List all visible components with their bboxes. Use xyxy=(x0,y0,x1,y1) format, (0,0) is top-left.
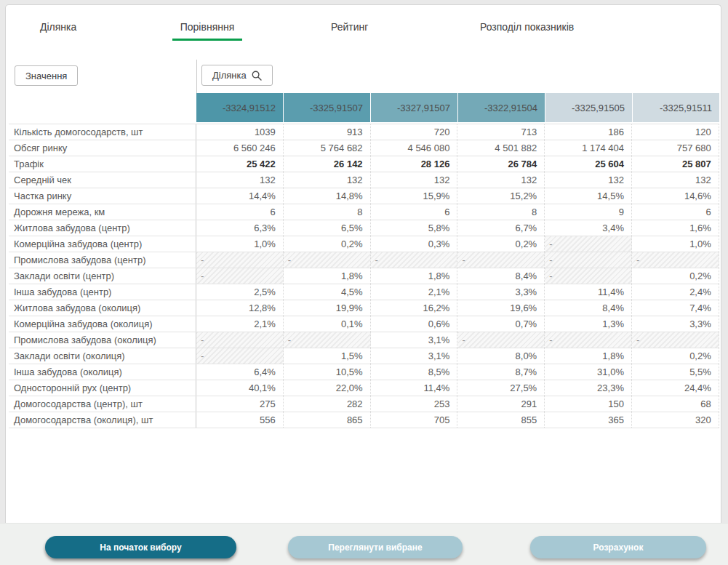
table-cell: 27,5% xyxy=(457,380,545,396)
restart-selection-button[interactable]: На початок вибору xyxy=(45,536,236,558)
table-cell: 8 xyxy=(284,204,371,220)
table-cell: 8 xyxy=(457,204,545,220)
column-header[interactable]: -3322,91504 xyxy=(458,93,545,122)
pivot-table-body: Кількість домогосодарств, шт103991372071… xyxy=(9,124,719,428)
table-cell: 1 174 404 xyxy=(545,140,632,156)
table-cell-null: - xyxy=(545,252,632,268)
table-cell: 0,7% xyxy=(457,316,545,332)
row-label: Середній чек xyxy=(9,172,196,188)
pivot-column-headers: -3324,91512-3325,91507-3327,91507-3322,9… xyxy=(196,93,719,122)
tab-1[interactable]: Ділянка xyxy=(40,21,76,33)
table-cell: 291 xyxy=(457,396,545,412)
table-row: Домогосодарства (центр), шт2752822532911… xyxy=(9,396,719,412)
table-cell: 3,4% xyxy=(545,220,632,236)
table-cell-null: - xyxy=(371,252,458,268)
row-label: Інша забудова (околиця) xyxy=(9,364,196,380)
table-cell: 0,2% xyxy=(284,236,371,252)
table-cell: 1,5% xyxy=(284,348,371,364)
table-row: Комерційна забудова (околиця)2,1%0,1%0,6… xyxy=(9,316,719,332)
table-cell: 855 xyxy=(457,412,545,428)
table-cell-null: - xyxy=(632,332,719,348)
tab-4[interactable]: Розподіл показників xyxy=(480,21,574,33)
table-cell: 25 422 xyxy=(196,156,284,172)
values-header-button[interactable]: Значення xyxy=(15,65,78,86)
table-row: Односторонній рух (центр)40,1%22,0%11,4%… xyxy=(9,380,719,396)
table-cell-null: - xyxy=(457,332,545,348)
app-window: ДілянкаПорівнянняРейтингРозподіл показни… xyxy=(0,0,728,565)
table-cell-null: - xyxy=(545,268,632,284)
table-row: Промислова забудова (околиця)--3,1%--- xyxy=(9,332,719,348)
table-cell: 10,5% xyxy=(284,364,371,380)
table-cell: 705 xyxy=(371,412,458,428)
column-header[interactable]: -3325,91505 xyxy=(545,93,632,122)
table-cell: 253 xyxy=(371,396,458,412)
table-cell: 1039 xyxy=(196,124,284,140)
table-cell-null: - xyxy=(196,252,284,268)
table-cell: 320 xyxy=(632,412,719,428)
table-cell: 6,5% xyxy=(284,220,371,236)
table-cell: 0,6% xyxy=(371,316,458,332)
table-cell: 68 xyxy=(632,396,719,412)
tab-2[interactable]: Порівняння xyxy=(172,21,242,33)
table-cell: 132 xyxy=(284,172,371,188)
row-label: Житлова забудова (околиця) xyxy=(9,300,196,316)
table-cell: 150 xyxy=(545,396,632,412)
view-selected-button[interactable]: Переглянути вибране xyxy=(288,536,463,558)
table-cell: 28 126 xyxy=(371,156,458,172)
row-label: Домогосодарства (центр), шт xyxy=(9,396,196,412)
table-cell-null: - xyxy=(284,332,371,348)
table-cell: 14,6% xyxy=(632,188,719,204)
table-cell: 0,2% xyxy=(457,236,545,252)
table-cell: 2,1% xyxy=(371,284,458,300)
table-cell: 713 xyxy=(457,124,545,140)
table-row: Житлова забудова (центр)6,3%6,5%5,8%6,7%… xyxy=(9,220,719,236)
dimension-header-button[interactable]: Ділянка xyxy=(201,65,273,86)
table-cell: 19,6% xyxy=(457,300,545,316)
table-row: Частка ринку14,4%14,8%15,9%15,2%14,5%14,… xyxy=(9,188,719,204)
table-cell: 6,3% xyxy=(196,220,284,236)
row-label: Трафік xyxy=(9,156,196,172)
table-cell: 8,0% xyxy=(457,348,545,364)
table-row: Комерційна забудова (центр)1,0%0,2%0,3%0… xyxy=(9,236,719,252)
table-row: Житлова забудова (околиця)12,8%19,9%16,2… xyxy=(9,300,719,316)
table-cell: 14,5% xyxy=(545,188,632,204)
table-cell: 2,1% xyxy=(196,316,284,332)
table-cell: 5,8% xyxy=(371,220,458,236)
row-label: Частка ринку xyxy=(9,188,196,204)
table-cell: 0,2% xyxy=(632,268,719,284)
table-cell: 720 xyxy=(371,124,458,140)
table-cell: 3,3% xyxy=(632,316,719,332)
table-cell: 8,4% xyxy=(545,300,632,316)
row-label: Інша забудова (центр) xyxy=(9,284,196,300)
table-cell: 282 xyxy=(284,396,371,412)
table-cell: 0,3% xyxy=(371,236,458,252)
table-cell-null: - xyxy=(545,332,632,348)
column-header[interactable]: -3325,91507 xyxy=(284,93,370,122)
column-header[interactable]: -3327,91507 xyxy=(371,93,457,122)
table-cell: 1,8% xyxy=(284,268,371,284)
table-cell: 1,0% xyxy=(632,236,719,252)
table-cell: 365 xyxy=(545,412,632,428)
table-cell: 132 xyxy=(632,172,719,188)
tab-3[interactable]: Рейтинг xyxy=(331,21,368,33)
table-cell: 4 546 080 xyxy=(371,140,458,156)
table-cell: 11,4% xyxy=(371,380,458,396)
column-header[interactable]: -3325,91511 xyxy=(633,93,719,122)
table-row: Кількість домогосодарств, шт103991372071… xyxy=(9,124,719,140)
calculate-button[interactable]: Розрахунок xyxy=(530,536,706,558)
table-cell: 5 764 682 xyxy=(284,140,371,156)
row-label: Комерційна забудова (центр) xyxy=(9,236,196,252)
values-header-label: Значення xyxy=(25,71,67,81)
table-row: Дорожня мережа, км686896 xyxy=(9,204,719,220)
column-header[interactable]: -3324,91512 xyxy=(196,93,283,122)
table-cell: 3,3% xyxy=(457,284,545,300)
table-cell: 8,4% xyxy=(457,268,545,284)
table-row: Домогосодарства (околиця), шт55686570585… xyxy=(9,412,719,428)
row-label: Промислова забудова (центр) xyxy=(9,252,196,268)
table-cell-null: - xyxy=(196,268,284,284)
table-row: Інша забудова (околиця)6,4%10,5%8,5%8,7%… xyxy=(9,364,719,380)
row-label: Житлова забудова (центр) xyxy=(9,220,196,236)
table-cell: 2,5% xyxy=(196,284,284,300)
table-cell: 757 680 xyxy=(632,140,719,156)
table-cell: 186 xyxy=(545,124,632,140)
